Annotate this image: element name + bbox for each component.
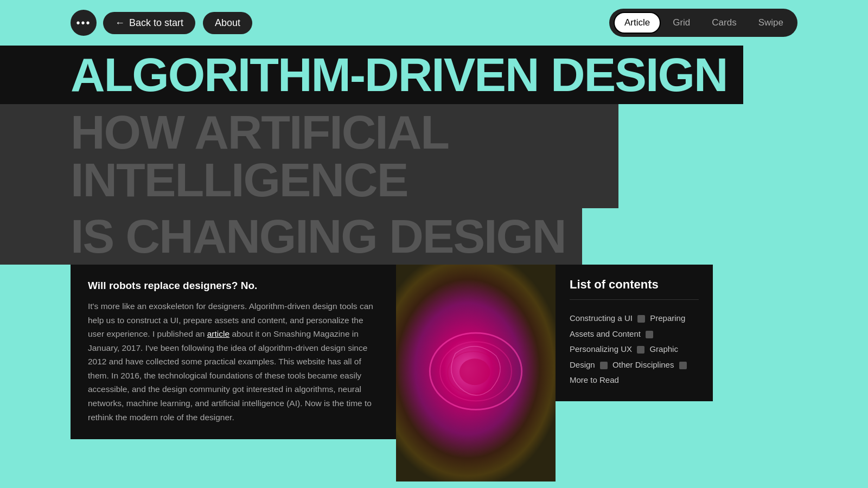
title-text-2: HOW ARTIFICIAL INTELLIGENCE: [71, 105, 448, 207]
view-article-label: Article: [624, 17, 650, 28]
title-line-1: ALGORITHM-DRIVEN DESIGN: [0, 46, 743, 104]
article-text-block: Will robots replace designers? No. It's …: [71, 265, 396, 439]
toc-title: List of contents: [570, 278, 699, 300]
toc-separator-2: [637, 346, 644, 354]
toc-item-5[interactable]: More to Read: [570, 375, 619, 384]
view-grid-label: Grid: [673, 17, 690, 28]
toc-separator-0: [637, 315, 645, 323]
dots-icon: •••: [76, 17, 91, 29]
view-cards-label: Cards: [712, 17, 736, 28]
title-text-1: ALGORITHM-DRIVEN DESIGN: [71, 48, 727, 101]
view-switcher: Article Grid Cards Swipe: [609, 9, 797, 37]
back-to-start-button[interactable]: ← Back to start: [103, 12, 195, 34]
toc-separator-4: [679, 362, 687, 369]
about-label: About: [215, 17, 240, 28]
article-body: It's more like an exoskeleton for design…: [88, 299, 379, 424]
toc-items: Constructing a UI PreparingAssets and Co…: [570, 311, 699, 388]
hero-image: [396, 265, 556, 481]
view-swipe-button[interactable]: Swipe: [749, 13, 793, 33]
dots-menu-button[interactable]: •••: [71, 10, 97, 36]
view-article-button[interactable]: Article: [614, 12, 661, 34]
toc-item-4[interactable]: Other Disciplines: [612, 360, 674, 369]
hero-image-placeholder: [396, 265, 556, 481]
content-area: Will robots replace designers? No. It's …: [71, 265, 868, 481]
about-button[interactable]: About: [203, 12, 252, 34]
title-line-3: IS CHANGING DESIGN: [0, 208, 582, 265]
svg-point-3: [459, 358, 490, 385]
article-link[interactable]: article: [207, 329, 229, 338]
toc-item-0[interactable]: Constructing a UI: [570, 313, 633, 323]
table-of-contents: List of contents Constructing a UI Prepa…: [556, 265, 713, 401]
title-text-3: IS CHANGING DESIGN: [71, 209, 566, 263]
back-label: Back to start: [129, 17, 183, 29]
toc-separator-1: [646, 331, 653, 338]
toc-separator-3: [600, 362, 608, 369]
top-navigation: ••• ← Back to start About Article Grid C…: [0, 0, 868, 46]
arrow-left-icon: ←: [115, 17, 125, 29]
article-heading: Will robots replace designers? No.: [88, 280, 379, 292]
title-line-2: HOW ARTIFICIAL INTELLIGENCE: [0, 104, 618, 208]
shell-svg: [422, 328, 530, 415]
toc-item-2[interactable]: Personalizing UX: [570, 344, 632, 354]
view-swipe-label: Swipe: [758, 17, 783, 28]
hero-section: ALGORITHM-DRIVEN DESIGN HOW ARTIFICIAL I…: [0, 46, 868, 265]
view-grid-button[interactable]: Grid: [663, 13, 700, 33]
view-cards-button[interactable]: Cards: [702, 13, 746, 33]
